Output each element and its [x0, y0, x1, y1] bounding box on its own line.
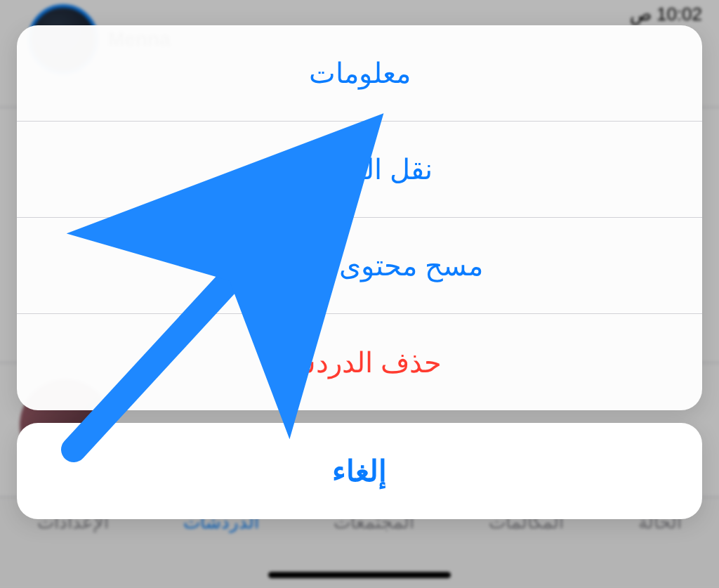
- action-label: نقل الدردشة: [286, 153, 433, 185]
- info-button[interactable]: معلومات: [17, 25, 702, 122]
- action-sheet: معلومات نقل الدردشة مسح محتوى الدردشة حذ…: [17, 25, 702, 519]
- action-label: مسح محتوى الدردشة: [236, 249, 483, 282]
- action-label: معلومات: [309, 57, 411, 89]
- action-sheet-options: معلومات نقل الدردشة مسح محتوى الدردشة حذ…: [17, 25, 702, 410]
- delete-chat-button[interactable]: حذف الدردشة: [17, 314, 702, 410]
- cancel-sheet: إلغاء: [17, 423, 702, 519]
- action-label: حذف الدردشة: [277, 346, 442, 379]
- cancel-label: إلغاء: [332, 454, 387, 488]
- cancel-button[interactable]: إلغاء: [17, 423, 702, 519]
- clear-chat-button[interactable]: مسح محتوى الدردشة: [17, 218, 702, 314]
- export-chat-button[interactable]: نقل الدردشة: [17, 122, 702, 218]
